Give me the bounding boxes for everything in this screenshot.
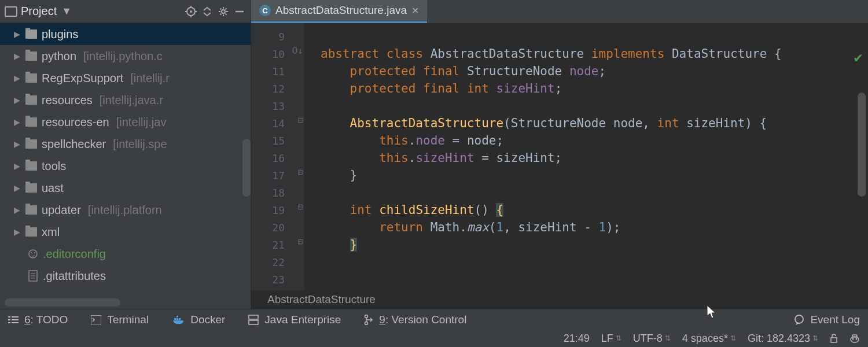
sidebar-hscrollbar[interactable]	[5, 298, 120, 307]
svg-rect-25	[176, 316, 178, 318]
project-dropdown-icon[interactable]: ▼	[61, 5, 72, 17]
tree-file-editorconfig[interactable]: .editorconfig	[0, 243, 251, 265]
expand-arrow-icon[interactable]: ▶	[14, 183, 21, 193]
tool-docker[interactable]: Docker	[172, 313, 225, 326]
fold-marker-icon[interactable]: ⊟	[297, 201, 303, 212]
folder-icon	[25, 51, 37, 61]
expand-arrow-icon[interactable]: ▶	[14, 51, 21, 61]
mouse-cursor-icon	[706, 304, 718, 319]
expand-arrow-icon[interactable]: ▶	[14, 117, 21, 127]
folder-icon	[25, 117, 37, 127]
terminal-icon	[91, 315, 101, 324]
fold-marker-icon[interactable]: ⊟	[297, 236, 303, 247]
line-number[interactable]: 14⊟	[251, 115, 304, 132]
tool-java-enterprise[interactable]: Java Enterprise	[248, 313, 341, 326]
expand-arrow-icon[interactable]: ▶	[14, 227, 21, 237]
line-number[interactable]: 9	[251, 28, 304, 45]
svg-rect-23	[176, 318, 178, 320]
tree-folder-uast[interactable]: ▶ uast	[0, 177, 251, 199]
expand-arrow-icon[interactable]: ▶	[14, 139, 21, 149]
line-number[interactable]: 23	[251, 271, 304, 288]
line-number[interactable]: 19⊟	[251, 201, 304, 219]
svg-point-8	[29, 250, 37, 258]
editor-gutter[interactable]: 9 10O↓ 11 12 13 14⊟ 15 16 17⊟ 18 19⊟ 20 …	[251, 23, 304, 290]
expand-arrow-icon[interactable]: ▶	[14, 205, 21, 215]
sidebar-scrollbar[interactable]	[242, 139, 251, 197]
project-window-icon	[5, 6, 17, 17]
svg-point-29	[365, 322, 368, 324]
branch-icon	[364, 315, 373, 325]
tool-event-log[interactable]: Event Log	[794, 313, 860, 326]
svg-point-35	[856, 338, 858, 340]
line-number[interactable]: 12	[251, 80, 304, 97]
status-lock-icon[interactable]	[830, 334, 838, 343]
editor-scrollbar[interactable]	[858, 93, 866, 197]
folder-icon	[25, 73, 37, 83]
status-line-ending[interactable]: LF⇅	[601, 333, 621, 345]
tree-folder-resources[interactable]: ▶ resources [intellij.java.r	[0, 89, 251, 111]
fold-marker-icon[interactable]: ⊟	[297, 115, 303, 125]
expand-arrow-icon[interactable]: ▶	[14, 73, 21, 83]
folder-icon	[25, 29, 37, 39]
chat-bubble-icon	[794, 315, 804, 325]
line-number[interactable]: 22	[251, 253, 304, 271]
folder-icon	[25, 183, 37, 193]
status-caret-position[interactable]: 21:49	[564, 333, 590, 345]
tool-version-control[interactable]: 9: Version Control	[364, 313, 466, 326]
tree-folder-python[interactable]: ▶ python [intellij.python.c	[0, 45, 251, 67]
editorconfig-file-icon	[28, 248, 38, 260]
tab-label: AbstractDataStructure.java	[275, 4, 407, 17]
tree-folder-updater[interactable]: ▶ updater [intellij.platforn	[0, 199, 251, 221]
settings-gear-icon[interactable]	[217, 5, 230, 18]
override-marker-icon[interactable]: O↓	[292, 45, 303, 56]
project-title[interactable]: Project	[21, 5, 57, 18]
status-inspector-icon[interactable]	[849, 334, 860, 343]
fold-marker-icon[interactable]: ⊟	[297, 167, 303, 178]
svg-point-10	[34, 252, 35, 253]
status-indent[interactable]: 4 spaces*⇅	[682, 333, 736, 345]
target-icon[interactable]	[185, 5, 197, 18]
tree-folder-regexpsupport[interactable]: ▶ RegExpSupport [intellij.r	[0, 67, 251, 89]
project-tree[interactable]: ▶ plugins ▶ python [intellij.python.c ▶ …	[0, 23, 251, 296]
line-number[interactable]: 11	[251, 62, 304, 80]
svg-rect-24	[179, 318, 181, 320]
line-number[interactable]: 18	[251, 184, 304, 201]
tree-folder-plugins[interactable]: ▶ plugins	[0, 23, 251, 45]
line-number[interactable]: 16	[251, 149, 304, 167]
collapse-all-icon[interactable]	[201, 5, 214, 18]
expand-arrow-icon[interactable]: ▶	[14, 95, 21, 105]
tool-todo[interactable]: 6: TODO	[8, 313, 68, 326]
status-encoding[interactable]: UTF-8⇅	[633, 333, 671, 345]
project-sidebar: Project ▼ ▶ p	[0, 0, 251, 309]
line-number[interactable]: 15	[251, 132, 304, 149]
tree-folder-spellchecker[interactable]: ▶ spellchecker [intellij.spe	[0, 133, 251, 155]
line-number[interactable]: 10O↓	[251, 45, 304, 62]
bottom-tool-window-bar: 6: TODO Terminal Docker Java Enterprise …	[0, 309, 868, 330]
inspection-ok-icon[interactable]: ✔	[853, 51, 863, 66]
editor-tab-abstractdatastructure[interactable]: C AbstractDataStructure.java ✕	[251, 0, 427, 23]
line-number[interactable]: 21⊟	[251, 236, 304, 253]
line-number[interactable]: 13	[251, 97, 304, 115]
code-editor[interactable]: abstract class AbstractDataStructure imp…	[304, 23, 868, 290]
svg-point-9	[31, 252, 32, 253]
tree-folder-resources-en[interactable]: ▶ resources-en [intellij.jav	[0, 111, 251, 133]
close-tab-icon[interactable]: ✕	[411, 5, 419, 16]
expand-arrow-icon[interactable]: ▶	[14, 29, 21, 39]
svg-rect-36	[852, 335, 857, 337]
folder-icon	[25, 95, 37, 105]
expand-arrow-icon[interactable]: ▶	[14, 161, 21, 171]
minimize-icon[interactable]	[233, 5, 246, 18]
line-number[interactable]: 17⊟	[251, 167, 304, 184]
tree-folder-tools[interactable]: ▶ tools	[0, 155, 251, 177]
tool-terminal[interactable]: Terminal	[91, 313, 149, 326]
svg-point-1	[190, 10, 192, 13]
status-bar: 21:49 LF⇅ UTF-8⇅ 4 spaces*⇅ Git: 182.432…	[0, 330, 868, 347]
line-number[interactable]: 20	[251, 219, 304, 236]
tree-folder-xml[interactable]: ▶ xml	[0, 221, 251, 243]
editor-breadcrumb[interactable]: AbstractDataStructure	[251, 290, 868, 309]
svg-rect-22	[174, 318, 176, 320]
status-git-branch[interactable]: Git: 182.4323⇅	[748, 333, 818, 345]
java-class-icon: C	[259, 5, 271, 16]
svg-rect-32	[831, 338, 837, 342]
tree-file-gitattributes[interactable]: .gitattributes	[0, 265, 251, 287]
